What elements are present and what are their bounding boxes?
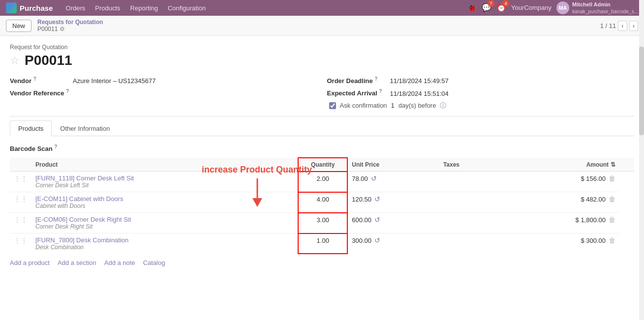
activity-icon-btn[interactable]: ⏰ 4 bbox=[496, 3, 506, 12]
gear-icon[interactable]: ⚙ bbox=[60, 26, 65, 32]
top-nav-right: 🐞 💬 7 ⏰ 4 YourCompany MA Mitchell Admin … bbox=[467, 1, 638, 14]
order-deadline-value[interactable]: 11/18/2024 15:49:57 bbox=[390, 77, 449, 85]
favorite-star-icon[interactable]: ☆ bbox=[10, 54, 20, 67]
quantity-value[interactable]: 1.00 bbox=[317, 237, 329, 244]
drag-handle-icon[interactable]: ⋮⋮ bbox=[14, 175, 28, 182]
breadcrumb-bar: New Requests for Quotation P00011 ⚙ 1 / … bbox=[0, 16, 644, 36]
product-sub: Desk Combination bbox=[35, 244, 294, 251]
nav-orders[interactable]: Orders bbox=[61, 0, 91, 16]
product-link[interactable]: [FURN_1118] Corner Desk Left Sit bbox=[35, 175, 294, 182]
scrollbar-thumb[interactable] bbox=[639, 47, 644, 135]
pagination: 1 / 11 ‹ › bbox=[600, 21, 638, 31]
ask-confirmation-info-icon[interactable]: ⓘ bbox=[440, 101, 446, 110]
delete-row-icon[interactable]: 🗑 bbox=[609, 236, 615, 244]
product-cell: [E-COM06] Corner Desk Right Sit Corner D… bbox=[31, 213, 298, 233]
user-avatar[interactable]: MA Mitchell Admin kanak_purchase_barcode… bbox=[556, 1, 638, 14]
form-title: ☆ P00011 bbox=[10, 53, 634, 68]
form-right-column: Order Deadline ? 11/18/2024 15:49:57 Exp… bbox=[327, 76, 635, 110]
catalog-link[interactable]: Catalog bbox=[143, 259, 165, 266]
form-header: Request for Quotation ☆ P00011 bbox=[10, 44, 634, 68]
user-sub: kanak_purchase_barcode_s... bbox=[572, 8, 638, 15]
unit-price-value[interactable]: 78.00 bbox=[352, 175, 368, 182]
amount-cell: $ 300.00 🗑 bbox=[500, 233, 619, 254]
product-sub: Corner Desk Right Sit bbox=[35, 223, 294, 230]
tab-products[interactable]: Products bbox=[10, 120, 52, 136]
amount-value: $ 482.00 bbox=[581, 196, 606, 203]
tabs-bar: Products Other Information bbox=[10, 120, 634, 136]
new-button[interactable]: New bbox=[6, 20, 31, 32]
ask-confirmation-row: Ask confirmation 1 day(s) before ⓘ bbox=[327, 101, 635, 110]
unit-price-cell: 600.00 ↺ bbox=[347, 213, 439, 233]
quantity-cell: 4.00 bbox=[298, 192, 347, 213]
chat-badge: 7 bbox=[488, 0, 494, 7]
unit-price-value[interactable]: 300.00 bbox=[352, 237, 371, 244]
taxes-cell bbox=[439, 192, 500, 213]
order-deadline-label: Order Deadline ? bbox=[327, 76, 386, 85]
table-header: Product Quantity Unit Price Taxes Amount… bbox=[10, 158, 634, 172]
delete-row-icon[interactable]: 🗑 bbox=[609, 195, 615, 203]
reset-price-icon[interactable]: ↺ bbox=[374, 195, 380, 203]
form-type-label: Request for Quotation bbox=[10, 44, 634, 51]
page-next-button[interactable]: › bbox=[629, 21, 638, 31]
vendor-ref-label: Vendor Reference ? bbox=[10, 88, 69, 97]
quantity-cell: 3.00 bbox=[298, 213, 347, 233]
drag-handle-cell: ⋮⋮ bbox=[10, 213, 31, 233]
product-cell: [FURN_7800] Desk Combination Desk Combin… bbox=[31, 233, 298, 254]
add-note-link[interactable]: Add a note bbox=[104, 259, 135, 266]
th-unit-price: Unit Price bbox=[347, 158, 439, 172]
delete-row-icon[interactable]: 🗑 bbox=[609, 175, 615, 182]
drag-handle-icon[interactable]: ⋮⋮ bbox=[14, 236, 28, 244]
quantity-value[interactable]: 4.00 bbox=[317, 196, 329, 203]
expected-arrival-value[interactable]: 11/18/2024 15:51:04 bbox=[390, 90, 449, 97]
add-product-link[interactable]: Add a product bbox=[10, 259, 50, 266]
page-prev-button[interactable]: ‹ bbox=[618, 21, 627, 31]
quantity-cell: 1.00 bbox=[298, 233, 347, 254]
th-product: Product bbox=[31, 158, 298, 172]
ask-confirmation-days[interactable]: 1 bbox=[391, 102, 395, 109]
product-link[interactable]: [E-COM06] Corner Desk Right Sit bbox=[35, 216, 294, 223]
product-sub: Cabinet with Doors bbox=[35, 203, 294, 209]
order-deadline-row: Order Deadline ? 11/18/2024 15:49:57 bbox=[327, 76, 635, 85]
product-link[interactable]: [FURN_7800] Desk Combination bbox=[35, 236, 294, 244]
record-id: P00011 bbox=[25, 53, 72, 68]
vendor-value[interactable]: Azure Interior – US12345677 bbox=[73, 77, 155, 85]
quantity-value[interactable]: 2.00 bbox=[317, 175, 329, 182]
unit-price-value[interactable]: 600.00 bbox=[352, 216, 371, 224]
unit-price-cell: 120.50 ↺ bbox=[347, 192, 439, 213]
vendor-field-row: Vendor ? Azure Interior – US12345677 bbox=[10, 76, 317, 85]
nav-products[interactable]: Products bbox=[90, 0, 125, 16]
product-cell: [E-COM11] Cabinet with Doors Cabinet wit… bbox=[31, 192, 298, 213]
nav-reporting[interactable]: Reporting bbox=[125, 0, 163, 16]
add-section-link[interactable]: Add a section bbox=[58, 259, 96, 266]
drag-handle-icon[interactable]: ⋮⋮ bbox=[14, 195, 28, 203]
drag-handle-icon[interactable]: ⋮⋮ bbox=[14, 216, 28, 224]
reset-price-icon[interactable]: ↺ bbox=[374, 216, 380, 224]
tab-other-information[interactable]: Other Information bbox=[52, 120, 118, 136]
top-navigation: Purchase Orders Products Reporting Confi… bbox=[0, 0, 644, 16]
expected-arrival-label: Expected Arrival ? bbox=[327, 88, 386, 97]
taxes-cell bbox=[439, 213, 500, 233]
amount-cell: $ 482.00 🗑 bbox=[500, 192, 619, 213]
delete-row-icon[interactable]: 🗑 bbox=[609, 216, 615, 224]
amount-value: $ 156.00 bbox=[581, 175, 606, 182]
nav-configuration[interactable]: Configuration bbox=[163, 0, 211, 16]
chat-icon-btn[interactable]: 💬 7 bbox=[482, 3, 491, 12]
reset-price-icon[interactable]: ↺ bbox=[374, 236, 380, 244]
th-taxes: Taxes bbox=[439, 158, 500, 172]
table-footer: Add a product Add a section Add a note C… bbox=[10, 259, 634, 266]
user-name: Mitchell Admin bbox=[572, 1, 638, 8]
company-name: YourCompany bbox=[511, 4, 552, 11]
brand-logo[interactable]: Purchase bbox=[6, 2, 53, 13]
product-sub: Corner Desk Left Sit bbox=[35, 182, 294, 189]
product-link[interactable]: [E-COM11] Cabinet with Doors bbox=[35, 195, 294, 203]
avatar-image: MA bbox=[556, 1, 569, 14]
unit-price-value[interactable]: 120.50 bbox=[352, 196, 371, 203]
reset-price-icon[interactable]: ↺ bbox=[371, 175, 377, 182]
table-body: ⋮⋮ [FURN_1118] Corner Desk Left Sit Corn… bbox=[10, 172, 634, 254]
breadcrumb-parent[interactable]: Requests for Quotation bbox=[37, 19, 103, 26]
bug-icon-btn[interactable]: 🐞 bbox=[467, 3, 477, 12]
ask-confirmation-label: Ask confirmation bbox=[340, 102, 387, 109]
amount-sort-icon[interactable]: ⇅ bbox=[611, 161, 615, 168]
ask-confirmation-checkbox[interactable] bbox=[329, 102, 336, 109]
quantity-value[interactable]: 3.00 bbox=[317, 216, 329, 224]
